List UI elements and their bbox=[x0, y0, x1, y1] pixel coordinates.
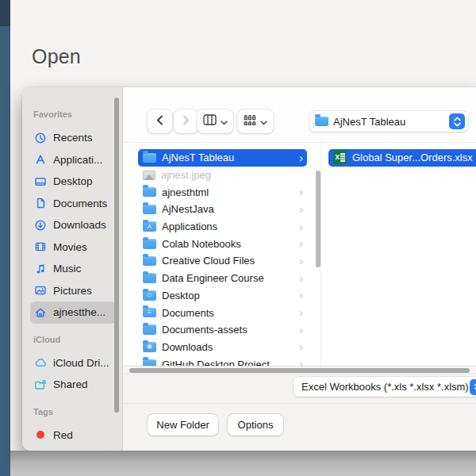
sidebar-item-label: iCloud Dri... bbox=[53, 357, 109, 369]
file-row[interactable]: Data Engineer Course › bbox=[138, 270, 307, 287]
photo-icon bbox=[33, 284, 48, 297]
location-popup[interactable]: AjNesT Tableau bbox=[309, 111, 468, 132]
sidebar-item-label: Movies bbox=[53, 241, 87, 253]
chevron-down-icon bbox=[221, 114, 228, 129]
sidebar: Favorites Recents Applicati... Desktop bbox=[22, 87, 123, 451]
sidebar-item-label: Documents bbox=[53, 198, 107, 209]
browser-column-1: AjNesT Tableau › ajnest.jpeg ajnesthtml … bbox=[123, 143, 321, 366]
column1-scrollbar[interactable] bbox=[316, 171, 321, 267]
file-row[interactable]: ajnest.jpeg bbox=[138, 167, 307, 184]
options-button[interactable]: Options bbox=[228, 414, 283, 436]
desktop-icon bbox=[33, 175, 48, 188]
downloads-folder-icon: ◉ bbox=[143, 342, 156, 352]
sidebar-item-documents[interactable]: Documents bbox=[30, 193, 116, 215]
file-row[interactable]: ◉ Downloads › bbox=[138, 339, 307, 356]
file-row[interactable]: Creative Cloud Files › bbox=[138, 252, 307, 270]
sidebar-item-icloud-drive[interactable]: iCloud Dri... bbox=[30, 352, 116, 374]
chevron-right-icon: › bbox=[299, 273, 303, 284]
folder-icon bbox=[143, 273, 156, 283]
sidebar-item-pictures[interactable]: Pictures bbox=[30, 280, 116, 302]
file-name: ajnesthtml bbox=[162, 186, 209, 198]
forward-button[interactable] bbox=[174, 109, 198, 133]
sidebar-item-label: Red bbox=[53, 429, 73, 441]
filetype-popup[interactable]: Excel Workbooks (*.xls *.xlsx *.xlsm) bbox=[294, 377, 476, 397]
chevron-right-icon: › bbox=[299, 221, 303, 232]
chevron-right-icon: › bbox=[299, 324, 303, 336]
new-folder-button[interactable]: New Folder bbox=[148, 414, 218, 436]
column-view-icon bbox=[203, 114, 217, 129]
horizontal-scrollbar[interactable] bbox=[123, 366, 476, 374]
sidebar-section-tags: Tags Red Orange bbox=[30, 407, 116, 451]
sidebar-item-recents[interactable]: Recents bbox=[30, 127, 116, 149]
sidebar-item-music[interactable]: Music bbox=[30, 258, 116, 280]
group-view-button[interactable] bbox=[237, 109, 274, 133]
cloud-icon bbox=[33, 356, 48, 369]
folder-icon bbox=[143, 205, 156, 215]
window-edge-strip bbox=[0, 0, 10, 476]
file-row[interactable]: ≡ Documents › bbox=[138, 304, 307, 321]
sidebar-header-icloud: iCloud bbox=[33, 335, 116, 346]
chevron-right-icon: › bbox=[299, 307, 303, 318]
column-view-button[interactable] bbox=[197, 109, 233, 133]
group-view-icon bbox=[244, 114, 256, 129]
window-background-lower bbox=[10, 451, 476, 476]
music-note-icon bbox=[33, 263, 48, 275]
file-row[interactable]: AjNesT Tableau › bbox=[138, 149, 307, 167]
file-row[interactable]: Colab Notebooks › bbox=[138, 235, 307, 252]
file-name: Global Super...Orders.xlsx bbox=[352, 152, 473, 163]
shared-folder-icon bbox=[33, 378, 48, 391]
sidebar-item-shared[interactable]: Shared bbox=[30, 374, 116, 396]
document-icon bbox=[33, 197, 48, 209]
desktop-folder-icon: ▭ bbox=[143, 290, 156, 301]
file-row[interactable]: ajnesthtml › bbox=[138, 183, 307, 201]
documents-glyph: ≡ bbox=[143, 308, 156, 318]
toolbar: AjNesT Tableau bbox=[123, 87, 476, 143]
folder-icon bbox=[143, 239, 156, 249]
sidebar-section-favorites: Favorites Recents Applicati... Desktop bbox=[30, 109, 116, 324]
file-name: Applications bbox=[162, 221, 217, 232]
file-name: Documents bbox=[162, 307, 214, 319]
file-name: AjNesT Tableau bbox=[162, 152, 234, 163]
sidebar-item-downloads[interactable]: Downloads bbox=[30, 214, 116, 236]
file-row[interactable]: AjNestJava › bbox=[138, 201, 307, 218]
sidebar-item-label: Downloads bbox=[53, 219, 106, 231]
sidebar-item-label: Music bbox=[53, 263, 81, 274]
column-browser: AjNesT Tableau › ajnest.jpeg ajnesthtml … bbox=[123, 143, 476, 366]
film-icon bbox=[33, 240, 48, 253]
chevron-right-icon: › bbox=[299, 186, 303, 198]
sidebar-scrollbar[interactable] bbox=[114, 98, 119, 413]
folder-icon bbox=[143, 187, 156, 198]
file-name: Desktop bbox=[162, 290, 200, 301]
page-title: Open bbox=[32, 45, 81, 68]
back-button[interactable] bbox=[148, 109, 172, 133]
file-row[interactable]: ▭ Desktop › bbox=[138, 287, 307, 305]
sidebar-item-applications[interactable]: Applicati... bbox=[30, 149, 116, 171]
file-name: Downloads bbox=[162, 341, 213, 353]
sidebar-item-tag-red[interactable]: Red bbox=[30, 424, 116, 447]
excel-file-icon: x bbox=[333, 151, 347, 164]
file-name: ajnest.jpeg bbox=[161, 169, 211, 181]
chevron-right-icon bbox=[182, 114, 190, 129]
folder-icon bbox=[143, 359, 156, 366]
file-name: Creative Cloud Files bbox=[162, 255, 255, 267]
file-row[interactable]: GitHub Desktop Project › bbox=[138, 355, 307, 366]
sidebar-item-desktop[interactable]: Desktop bbox=[30, 171, 116, 193]
sidebar-item-label: Applicati... bbox=[53, 154, 102, 166]
filetype-popup-value: Excel Workbooks (*.xls *.xlsx *.xlsm) bbox=[301, 381, 469, 393]
file-row[interactable]: A Applications › bbox=[138, 218, 307, 236]
sidebar-item-label: Shared bbox=[53, 378, 88, 390]
file-row[interactable]: x Global Super...Orders.xlsx bbox=[328, 149, 476, 167]
file-row[interactable]: Documents-assets › bbox=[138, 321, 307, 339]
horizontal-scrollbar-thumb[interactable] bbox=[129, 368, 470, 373]
popup-stepper-icon bbox=[449, 113, 465, 129]
popup-stepper-icon bbox=[470, 379, 476, 395]
applications-glyph: A bbox=[143, 221, 156, 232]
footer-divider bbox=[123, 403, 476, 404]
download-icon bbox=[33, 219, 48, 232]
red-tag-icon bbox=[36, 431, 44, 439]
sidebar-item-home[interactable]: ajnestthe... bbox=[30, 301, 116, 324]
app-store-icon bbox=[33, 153, 48, 166]
browser-column-2: x Global Super...Orders.xlsx bbox=[321, 143, 476, 366]
sidebar-item-movies[interactable]: Movies bbox=[30, 236, 116, 259]
documents-folder-icon: ≡ bbox=[143, 308, 156, 318]
